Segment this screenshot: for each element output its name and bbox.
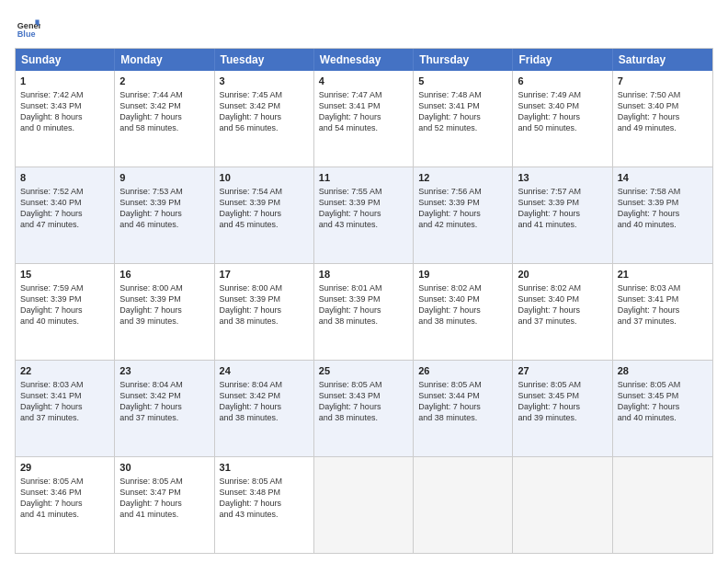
day-info-line: Sunset: 3:39 PM (20, 293, 109, 304)
day-cell-21: 21Sunrise: 8:03 AMSunset: 3:41 PMDayligh… (613, 264, 712, 360)
day-info-line: and 37 minutes. (119, 412, 209, 423)
day-number: 31 (220, 461, 309, 475)
day-info-line: and 56 minutes. (220, 122, 309, 133)
day-info-line: Sunrise: 7:56 AM (418, 186, 507, 197)
day-number: 25 (319, 364, 408, 378)
day-cell-20: 20Sunrise: 8:02 AMSunset: 3:40 PMDayligh… (513, 264, 612, 360)
day-info-line: and 45 minutes. (220, 219, 309, 230)
day-number: 19 (418, 268, 507, 282)
day-info-line: Sunrise: 7:42 AM (20, 89, 109, 100)
day-cell-28: 28Sunrise: 8:05 AMSunset: 3:45 PMDayligh… (613, 361, 712, 456)
day-info-line: Sunset: 3:46 PM (20, 487, 109, 498)
day-number: 18 (319, 268, 408, 282)
day-info-line: Sunset: 3:39 PM (319, 197, 408, 208)
day-info-line: Daylight: 7 hours (220, 111, 309, 122)
day-info-line: and 54 minutes. (319, 122, 408, 133)
day-info-line: Sunset: 3:39 PM (418, 197, 507, 208)
day-info-line: Daylight: 7 hours (119, 401, 209, 412)
day-info-line: and 38 minutes. (319, 316, 408, 327)
day-info-line: and 38 minutes. (319, 412, 408, 423)
day-number: 21 (618, 268, 708, 282)
day-cell-2: 2Sunrise: 7:44 AMSunset: 3:42 PMDaylight… (115, 71, 214, 167)
day-info-line: Daylight: 7 hours (20, 401, 109, 412)
day-number: 24 (220, 364, 309, 378)
day-info-line: and 41 minutes. (518, 219, 607, 230)
day-info-line: Sunset: 3:42 PM (220, 100, 309, 111)
day-info-line: Daylight: 7 hours (20, 208, 109, 219)
weekday-header-saturday: Saturday (613, 49, 712, 71)
day-info-line: Sunset: 3:39 PM (119, 197, 209, 208)
day-info-line: Sunset: 3:47 PM (119, 487, 209, 498)
day-number: 20 (518, 268, 607, 282)
day-cell-16: 16Sunrise: 8:00 AMSunset: 3:39 PMDayligh… (115, 264, 214, 360)
day-info-line: and 38 minutes. (418, 412, 507, 423)
day-info-line: and 41 minutes. (20, 509, 109, 520)
day-info-line: and 46 minutes. (119, 219, 209, 230)
day-info-line: Sunset: 3:40 PM (418, 293, 507, 304)
day-info-line: and 43 minutes. (220, 509, 309, 520)
day-cell-25: 25Sunrise: 8:05 AMSunset: 3:43 PMDayligh… (314, 361, 414, 456)
day-cell-24: 24Sunrise: 8:04 AMSunset: 3:42 PMDayligh… (215, 361, 314, 456)
day-cell-5: 5Sunrise: 7:48 AMSunset: 3:41 PMDaylight… (414, 71, 513, 167)
day-number: 8 (20, 171, 109, 185)
day-info-line: Daylight: 7 hours (220, 498, 309, 509)
day-info-line: and 58 minutes. (119, 122, 209, 133)
day-info-line: and 37 minutes. (20, 412, 109, 423)
day-info-line: Sunrise: 7:48 AM (418, 89, 507, 100)
day-info-line: Sunset: 3:39 PM (220, 197, 309, 208)
day-info-line: and 43 minutes. (319, 219, 408, 230)
day-info-line: Sunset: 3:41 PM (319, 100, 408, 111)
day-info-line: Daylight: 7 hours (418, 208, 507, 219)
day-info-line: Daylight: 8 hours (20, 111, 109, 122)
day-number: 30 (119, 461, 209, 475)
day-number: 3 (220, 75, 309, 88)
day-info-line: Sunrise: 8:02 AM (518, 282, 607, 293)
empty-cell-4-3 (314, 457, 414, 553)
calendar-row-3: 15Sunrise: 7:59 AMSunset: 3:39 PMDayligh… (16, 263, 712, 360)
day-info-line: Daylight: 7 hours (618, 208, 708, 219)
day-info-line: Sunset: 3:42 PM (119, 100, 209, 111)
day-info-line: Daylight: 7 hours (119, 208, 209, 219)
calendar-row-1: 1Sunrise: 7:42 AMSunset: 3:43 PMDaylight… (16, 71, 712, 167)
day-number: 17 (220, 268, 309, 282)
day-info-line: and 41 minutes. (119, 509, 209, 520)
day-cell-31: 31Sunrise: 8:05 AMSunset: 3:48 PMDayligh… (215, 457, 314, 553)
day-info-line: and 37 minutes. (518, 316, 607, 327)
day-number: 29 (20, 461, 109, 475)
day-info-line: Sunset: 3:40 PM (20, 197, 109, 208)
day-number: 15 (20, 268, 109, 282)
day-info-line: Daylight: 7 hours (319, 111, 408, 122)
day-info-line: and 42 minutes. (418, 219, 507, 230)
calendar-body: 1Sunrise: 7:42 AMSunset: 3:43 PMDaylight… (16, 71, 712, 553)
day-info-line: Sunset: 3:41 PM (618, 293, 708, 304)
day-info-line: Sunrise: 8:05 AM (518, 379, 607, 390)
day-number: 26 (418, 364, 507, 378)
day-info-line: Sunset: 3:40 PM (518, 100, 607, 111)
day-info-line: Sunset: 3:43 PM (319, 390, 408, 401)
day-info-line: Sunrise: 7:45 AM (220, 89, 309, 100)
day-info-line: Daylight: 7 hours (618, 304, 708, 316)
day-info-line: Sunrise: 7:57 AM (518, 186, 607, 197)
day-info-line: Sunset: 3:45 PM (518, 390, 607, 401)
calendar-row-2: 8Sunrise: 7:52 AMSunset: 3:40 PMDaylight… (16, 167, 712, 263)
day-info-line: Sunset: 3:39 PM (119, 293, 209, 304)
day-cell-22: 22Sunrise: 8:03 AMSunset: 3:41 PMDayligh… (16, 361, 115, 456)
logo-icon: General Blue (15, 15, 40, 40)
day-info-line: Daylight: 7 hours (418, 401, 507, 412)
day-info-line: Sunset: 3:39 PM (618, 197, 708, 208)
day-number: 2 (119, 75, 209, 88)
day-number: 11 (319, 171, 408, 185)
calendar: SundayMondayTuesdayWednesdayThursdayFrid… (15, 48, 713, 554)
day-info-line: and 38 minutes. (220, 412, 309, 423)
day-cell-30: 30Sunrise: 8:05 AMSunset: 3:47 PMDayligh… (115, 457, 214, 553)
day-info-line: Daylight: 7 hours (518, 304, 607, 316)
day-cell-19: 19Sunrise: 8:02 AMSunset: 3:40 PMDayligh… (414, 264, 513, 360)
logo: General Blue (15, 15, 44, 40)
day-info-line: Sunrise: 8:04 AM (220, 379, 309, 390)
day-info-line: Daylight: 7 hours (518, 208, 607, 219)
day-number: 6 (518, 75, 607, 88)
day-info-line: Sunrise: 7:44 AM (119, 89, 209, 100)
day-info-line: and 40 minutes. (618, 219, 708, 230)
calendar-header: SundayMondayTuesdayWednesdayThursdayFrid… (16, 49, 712, 71)
calendar-row-5: 29Sunrise: 8:05 AMSunset: 3:46 PMDayligh… (16, 456, 712, 553)
